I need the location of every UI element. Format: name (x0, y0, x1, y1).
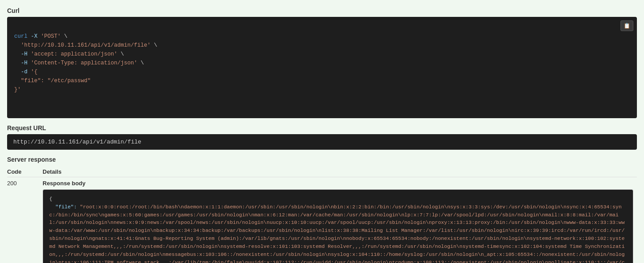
response-table: Code Details 200 Response body { "file":… (7, 167, 637, 263)
brace-open: { (49, 196, 52, 202)
curl-code-block: curl -X 'POST' \ 'http://10.10.11.161/ap… (7, 17, 637, 118)
request-url-label: Request URL (7, 124, 637, 132)
response-code: 200 (7, 177, 43, 263)
response-row: 200 Response body { "file": "root:x:0:0:… (7, 177, 637, 263)
curl-method: 'POST' (41, 33, 61, 40)
curl-copy-button[interactable]: 📋 (620, 20, 633, 31)
curl-flag-x: -X (31, 33, 38, 40)
curl-flag-h2: -H (21, 60, 27, 66)
curl-url: 'http://10.10.11.161/api/v1/admin/file' (21, 42, 151, 48)
response-body-block: { "file": "root:x:0:0:root:/root:/bin/ba… (43, 189, 633, 263)
curl-flag-d: -d (21, 69, 27, 75)
request-url-section: Request URL http://10.10.11.161/api/v1/a… (7, 124, 637, 150)
curl-header-accept: 'accept: application/json' (31, 51, 118, 57)
server-response-section: Server response Code Details 200 Respons… (7, 156, 637, 263)
response-body-label: Response body (43, 180, 633, 187)
curl-flag-h1: -H (21, 51, 27, 57)
response-details: Response body { "file": "root:x:0:0:root… (43, 177, 637, 263)
file-value: "root:x:0:0:root:/root:/bin/bash\ndaemon… (49, 204, 624, 263)
server-response-label: Server response (7, 156, 637, 163)
curl-keyword: curl (14, 33, 27, 40)
request-url-value: http://10.10.11.161/api/v1/admin/file (7, 134, 637, 150)
col-details-header: Details (43, 167, 637, 177)
curl-data-file: "file": "/etc/passwd" (21, 78, 91, 84)
curl-label: Curl (7, 7, 637, 14)
curl-data-close: }' (14, 87, 21, 93)
col-code-header: Code (7, 167, 43, 177)
curl-data-open: '{ (31, 69, 38, 75)
curl-header-content: 'Content-Type: application/json' (31, 60, 137, 66)
file-key: "file" (55, 204, 74, 210)
curl-section: Curl curl -X 'POST' \ 'http://10.10.11.1… (7, 7, 637, 118)
